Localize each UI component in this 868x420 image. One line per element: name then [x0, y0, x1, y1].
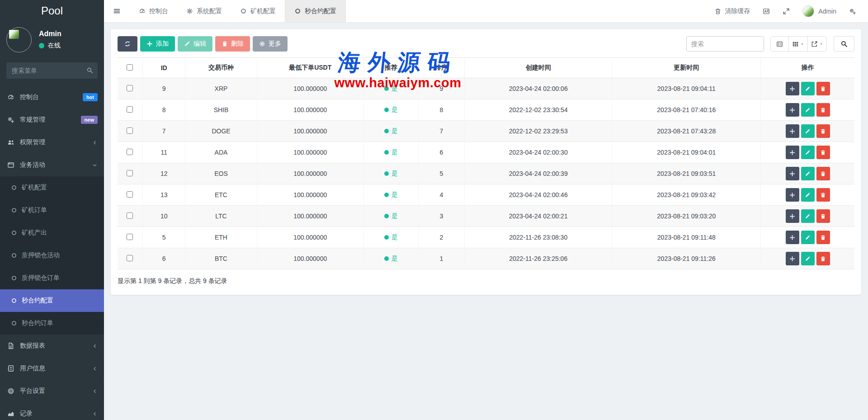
sidebar-item[interactable]: 平台设置	[0, 380, 104, 402]
cell-updated: 2023-08-21 09:03:51	[612, 163, 761, 184]
user-menu[interactable]: Admin	[802, 5, 836, 17]
row-checkbox[interactable]	[127, 127, 133, 134]
sidebar-subitem[interactable]: 秒合约配置	[0, 289, 104, 312]
row-checkbox[interactable]	[127, 255, 133, 261]
edit-row-button[interactable]	[801, 103, 815, 117]
edit-row-button[interactable]	[801, 231, 815, 244]
delete-button[interactable]: 删除	[215, 36, 250, 52]
sidebar-item[interactable]: 记录	[0, 402, 104, 420]
sidebar-subitem[interactable]: 矿机配置	[0, 176, 104, 199]
nav-tab[interactable]: 矿机配置	[231, 0, 285, 22]
drag-row-button[interactable]	[786, 146, 799, 159]
clear-cache-button[interactable]: 清除缓存	[714, 7, 750, 15]
delete-row-button[interactable]	[816, 124, 830, 138]
columns-button[interactable]	[789, 37, 808, 51]
refresh-button[interactable]	[118, 36, 137, 52]
table-toolbar: 添加 编辑 删除 更多	[118, 36, 854, 52]
drag-row-button[interactable]	[786, 124, 799, 138]
language-icon	[763, 8, 770, 15]
cell-sort: 9	[418, 78, 465, 99]
row-checkbox[interactable]	[127, 85, 133, 91]
sidebar-subitem[interactable]: 质押锁仓订单	[0, 267, 104, 289]
drag-row-button[interactable]	[786, 188, 799, 202]
drag-row-button[interactable]	[786, 252, 799, 265]
cell-id: 11	[142, 142, 185, 163]
column-header[interactable]: 排序	[418, 58, 465, 78]
search-toggle-button[interactable]	[834, 36, 854, 52]
sidebar-item[interactable]: 常规管理new	[0, 109, 104, 131]
sidebar-subitem[interactable]: 矿机订单	[0, 199, 104, 222]
row-select-cell	[118, 227, 142, 248]
row-checkbox[interactable]	[127, 106, 133, 113]
edit-row-button[interactable]	[801, 188, 815, 202]
row-checkbox[interactable]	[127, 191, 133, 198]
nav-tab[interactable]: 系统配置	[177, 0, 231, 22]
table-row: 7DOGE100.000000是72022-12-02 23:29:532023…	[118, 121, 854, 142]
more-button[interactable]: 更多	[253, 36, 288, 52]
select-all-checkbox[interactable]	[127, 64, 133, 71]
edit-row-button[interactable]	[801, 252, 815, 265]
drag-row-button[interactable]	[786, 231, 799, 244]
sidebar-subitem[interactable]: 质押锁仓活动	[0, 244, 104, 267]
sidebar-toggle-button[interactable]	[104, 0, 130, 22]
sidebar-subitem[interactable]: 秒合约订单	[0, 312, 104, 335]
cell-updated: 2023-08-21 09:11:48	[612, 227, 761, 248]
drag-row-button[interactable]	[786, 209, 799, 223]
edit-button[interactable]: 编辑	[178, 36, 212, 52]
sidebar-subitem[interactable]: 矿机产出	[0, 222, 104, 244]
delete-row-button[interactable]	[816, 167, 830, 180]
detail-view-button[interactable]	[771, 37, 789, 51]
delete-row-button[interactable]	[816, 209, 830, 223]
delete-row-button[interactable]	[816, 103, 830, 117]
column-header[interactable]: 推荐	[363, 58, 418, 78]
column-header[interactable]: 创建时间	[465, 58, 612, 78]
edit-row-button[interactable]	[801, 209, 815, 223]
sidebar-item[interactable]: 用户信息	[0, 357, 104, 380]
delete-row-button[interactable]	[816, 252, 830, 265]
delete-row-button[interactable]	[816, 188, 830, 202]
sidebar-item[interactable]: 业务活动	[0, 154, 104, 176]
row-checkbox[interactable]	[127, 149, 133, 155]
dashboard-icon	[139, 8, 146, 14]
delete-row-button[interactable]	[816, 231, 830, 244]
settings-button[interactable]	[849, 8, 856, 15]
window-icon	[6, 161, 15, 169]
table-search-input[interactable]	[686, 36, 764, 52]
drag-row-button[interactable]	[786, 167, 799, 180]
edit-row-button[interactable]	[801, 146, 815, 159]
move-icon	[789, 192, 795, 198]
row-checkbox[interactable]	[127, 170, 133, 176]
language-button[interactable]	[763, 8, 770, 15]
edit-row-button[interactable]	[801, 124, 815, 138]
row-checkbox[interactable]	[127, 212, 133, 219]
column-header[interactable]: 更新时间	[612, 58, 761, 78]
delete-row-button[interactable]	[816, 82, 830, 95]
export-button[interactable]	[808, 37, 826, 51]
row-checkbox[interactable]	[127, 234, 133, 240]
edit-row-button[interactable]	[801, 167, 815, 180]
sidebar-item[interactable]: 权限管理	[0, 131, 104, 154]
gears-icon	[6, 116, 15, 123]
drag-row-button[interactable]	[786, 82, 799, 95]
cell-min-usdt: 100.000000	[257, 227, 363, 248]
sidebar-item-label: 数据报表	[20, 342, 45, 350]
column-header[interactable]: ID	[142, 58, 185, 78]
nav-tab[interactable]: 秒合约配置	[285, 0, 346, 22]
edit-row-button[interactable]	[801, 82, 815, 95]
fullscreen-button[interactable]	[783, 8, 790, 15]
drag-row-button[interactable]	[786, 103, 799, 117]
sidebar-item[interactable]: 数据报表	[0, 335, 104, 357]
add-button[interactable]: 添加	[140, 36, 175, 52]
nav-tabs: 控制台系统配置矿机配置秒合约配置	[130, 0, 346, 22]
delete-row-button[interactable]	[816, 146, 830, 159]
row-select-cell	[118, 163, 142, 184]
cell-sort: 8	[418, 99, 465, 121]
column-header[interactable]: 交易币种	[185, 58, 257, 78]
column-header[interactable]: 最低下单USDT	[257, 58, 363, 78]
nav-tab[interactable]: 控制台	[130, 0, 177, 22]
column-header[interactable]: 操作	[761, 58, 854, 78]
cell-id: 12	[142, 163, 185, 184]
sidebar-item[interactable]: 控制台hot	[0, 86, 104, 109]
menu-search-input[interactable]	[6, 62, 98, 79]
cell-recommend: 是	[363, 248, 418, 269]
